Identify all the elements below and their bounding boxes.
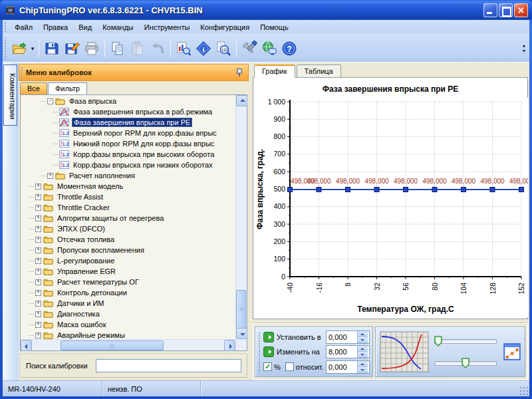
menu-item-0[interactable]: Файл — [9, 21, 38, 33]
tree-expand-plus[interactable]: + — [35, 226, 41, 232]
tree-expand-plus[interactable]: + — [35, 184, 41, 190]
menu-item-5[interactable]: Конфигурация — [195, 21, 255, 33]
tree-expand-plus[interactable]: + — [35, 269, 41, 275]
relative-spin-down[interactable] — [358, 367, 368, 373]
tree-expand-plus[interactable]: + — [35, 332, 41, 338]
change-by-spin-down[interactable] — [358, 352, 368, 358]
save-button[interactable] — [42, 39, 62, 59]
tree-item[interactable]: 1.2Верхний порог RPM для корр.фазы впрыс — [21, 128, 235, 138]
tree-expand-plus[interactable]: + — [47, 173, 53, 179]
tree-expand-minus[interactable]: - — [47, 98, 53, 104]
tree-item[interactable]: +Отсечка топлива — [21, 234, 235, 245]
tab-table[interactable]: Таблица — [297, 65, 341, 78]
percent-checkbox[interactable]: ✓ — [263, 362, 272, 371]
relative-spin-up[interactable] — [358, 361, 368, 367]
menu-item-6[interactable]: Помощь — [255, 21, 294, 33]
tree-item[interactable]: +Датчики и ИМ — [21, 298, 235, 309]
set-to-spin-up[interactable] — [358, 331, 368, 337]
tree-expand-plus[interactable]: + — [35, 258, 41, 264]
tree-horizontal-scrollbar[interactable] — [21, 339, 235, 350]
tree-item[interactable]: +Пропуски воспламенения — [21, 245, 235, 255]
tree-vertical-scrollbar[interactable] — [235, 95, 247, 339]
open-dropdown-arrow[interactable]: ▾ — [29, 45, 36, 52]
slider-bottom[interactable] — [434, 358, 497, 368]
panel-header-grip[interactable] — [21, 66, 23, 78]
menu-item-3[interactable]: Команды — [97, 21, 139, 33]
horizontal-scroll-thumb[interactable] — [61, 340, 164, 350]
tree-item[interactable]: +Моментная модель — [21, 181, 235, 192]
change-by-input[interactable] — [327, 346, 357, 358]
tree-expand-plus[interactable]: + — [35, 290, 41, 296]
change-by-spin-up[interactable] — [358, 346, 368, 352]
tree-item[interactable]: +Расчет наполнения — [21, 170, 235, 181]
tree-item[interactable]: +ЭПХХ (DFCO) — [21, 223, 235, 234]
chart-canvas[interactable]: 01002003004005006007008009001 000-40-168… — [254, 98, 528, 317]
controls-grip[interactable] — [258, 332, 261, 372]
tree-expand-plus[interactable]: + — [35, 301, 41, 307]
minimize-button[interactable] — [483, 3, 497, 17]
apply-change-icon[interactable] — [263, 346, 274, 357]
tree-item[interactable]: +Алгоритм защиты от перегрева — [21, 213, 235, 223]
tree-item[interactable]: +Throttle Cracker — [21, 202, 235, 213]
apply-set-icon[interactable] — [263, 332, 274, 342]
tree-expand-plus[interactable]: + — [35, 247, 41, 253]
compare-charts-button[interactable] — [174, 39, 194, 59]
set-to-input[interactable] — [327, 331, 357, 343]
resize-grip[interactable] — [519, 386, 529, 396]
zoom-document-button[interactable]: 110 — [213, 39, 233, 59]
undo-button[interactable] — [148, 39, 168, 59]
tree-item[interactable]: +Расчет температуры ОГ — [21, 277, 235, 287]
tree-expand-plus[interactable]: + — [35, 194, 41, 200]
tree-item[interactable]: -Фаза впрыска — [21, 96, 235, 106]
set-to-spin-down[interactable] — [358, 337, 368, 343]
scroll-down-button[interactable] — [236, 328, 247, 339]
menu-item-2[interactable]: Вид — [73, 21, 97, 33]
tree-item[interactable]: +Аварийные режимы — [21, 330, 235, 339]
scroll-up-button[interactable] — [236, 95, 247, 106]
menu-item-1[interactable]: Правка — [38, 21, 73, 33]
tab-filter[interactable]: Фильтр — [48, 82, 87, 94]
save-as-button[interactable] — [62, 39, 82, 59]
tree-expand-plus[interactable]: + — [35, 279, 41, 285]
tree-item[interactable]: 1.2Нижний порог RPM для корр.фазы впрыс — [21, 138, 235, 149]
close-button[interactable] — [514, 3, 528, 17]
help-button[interactable]: ? — [279, 39, 299, 59]
slider-top[interactable] — [434, 336, 497, 346]
print-button[interactable] — [82, 39, 102, 59]
toolbar-grip[interactable] — [4, 37, 7, 60]
tree-item[interactable]: +Контроль детонации — [21, 287, 235, 298]
tree-expand-plus[interactable]: + — [35, 205, 41, 211]
scroll-left-button[interactable] — [21, 340, 32, 351]
toolbar-overflow-button[interactable]: ▾▾ — [520, 44, 528, 53]
tree-item[interactable]: +Управление EGR — [21, 266, 235, 277]
tree-expand-plus[interactable]: + — [35, 311, 41, 317]
tree-item[interactable]: +Throttle Assist — [21, 192, 235, 202]
interpolation-button[interactable] — [503, 343, 521, 360]
tree-item[interactable]: Фаза завершения впрыска в раб.режима — [21, 106, 235, 117]
tree-expand-plus[interactable]: + — [35, 215, 41, 221]
open-button[interactable] — [9, 39, 29, 59]
tab-comments[interactable]: Комментарии — [3, 65, 17, 126]
tab-all[interactable]: Все — [20, 82, 47, 94]
menubar-grip[interactable] — [4, 22, 7, 32]
tree-item[interactable]: +L-регулирование — [21, 255, 235, 266]
paste-button[interactable] — [128, 39, 148, 59]
relative-checkbox[interactable] — [285, 362, 294, 371]
search-input[interactable] — [96, 359, 241, 372]
tree-item[interactable]: +Маска ошибок — [21, 319, 235, 330]
maximize-button[interactable] — [499, 3, 513, 17]
scroll-right-button[interactable] — [224, 340, 235, 351]
menu-item-4[interactable]: Инструменты — [139, 21, 196, 33]
tree-item[interactable]: 1.2Корр.фазы впрыска при высоких оборота — [21, 149, 235, 160]
tools-button[interactable] — [239, 39, 259, 59]
pin-icon[interactable] — [235, 68, 244, 77]
slider-bottom-thumb[interactable] — [462, 358, 469, 368]
title-bar[interactable]: ChipTuningPRO ver.6.8.3.6221 - CHVR15.BI… — [0, 0, 532, 20]
tab-graph[interactable]: График — [254, 65, 295, 78]
tree-expand-plus[interactable]: + — [35, 237, 41, 243]
slider-top-thumb[interactable] — [434, 336, 442, 346]
tree-expand-plus[interactable]: + — [35, 322, 41, 328]
vertical-scroll-thumb[interactable] — [236, 290, 246, 329]
info-button[interactable]: i — [194, 39, 213, 59]
copy-button[interactable] — [108, 39, 128, 59]
